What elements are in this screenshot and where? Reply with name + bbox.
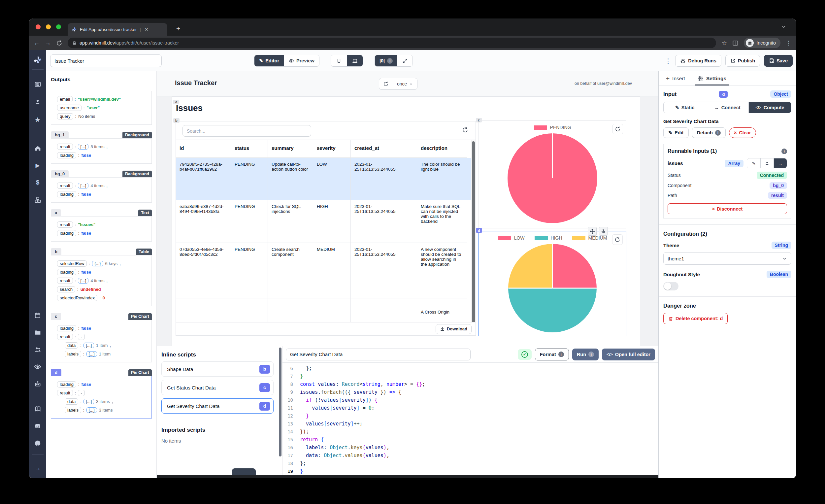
output-key-pill[interactable]: search xyxy=(57,286,75,292)
table-header-cell[interactable]: description xyxy=(417,140,467,158)
close-window-button[interactable] xyxy=(35,24,41,29)
delete-component-button[interactable]: Delete component: d xyxy=(663,313,728,324)
component-id-chip[interactable]: b xyxy=(51,248,61,255)
download-button[interactable]: Download xyxy=(436,324,471,334)
output-key-pill[interactable]: result xyxy=(57,221,73,228)
reload-icon[interactable] xyxy=(56,40,62,46)
code-line[interactable]: 15return { xyxy=(283,436,658,444)
side-panel-icon[interactable] xyxy=(732,40,739,46)
script-item[interactable]: Get Severity Chart Datad xyxy=(161,399,274,414)
collapsed-value-pill[interactable]: [...] xyxy=(78,183,88,189)
output-key-pill[interactable]: data xyxy=(65,399,78,405)
rail-windmill-logo[interactable] xyxy=(29,55,46,65)
mode-compute[interactable]: </>Compute xyxy=(748,102,791,113)
script-name-input[interactable] xyxy=(286,349,470,360)
run-button[interactable]: Runi xyxy=(572,349,599,360)
editor-toggle[interactable]: ✎Editor xyxy=(254,55,284,66)
edit-button[interactable]: ✎Edit xyxy=(663,127,689,138)
legend-item[interactable]: HIGH xyxy=(535,235,562,240)
tab-insert[interactable]: +Insert xyxy=(666,71,685,85)
collapsed-value-pill[interactable]: [...] xyxy=(83,343,94,348)
code-line[interactable]: 9issues.forEach(({ severity }) => { xyxy=(283,388,658,396)
output-key-pill[interactable]: query xyxy=(57,113,73,120)
rail-dollar-icon[interactable]: $ xyxy=(29,177,46,188)
rail-robot-icon[interactable] xyxy=(29,379,46,389)
mode-static[interactable]: ✎Static xyxy=(664,102,706,113)
publish-button[interactable]: Publish xyxy=(725,55,760,67)
legend-item[interactable]: PENDING xyxy=(534,125,571,130)
code-line[interactable]: 7} xyxy=(283,372,658,380)
output-key-pill[interactable]: data xyxy=(65,342,78,349)
component-badge-a[interactable]: a xyxy=(173,100,179,104)
omnibox[interactable]: app.windmill.dev/apps/edit/u/user/issue-… xyxy=(68,38,716,48)
output-key-pill[interactable]: result xyxy=(57,183,73,189)
legend-item[interactable]: MEDIUM xyxy=(572,235,607,240)
open-full-editor-button[interactable]: </>Open full editor xyxy=(602,349,655,360)
code-line[interactable]: 13 values[severity]++; xyxy=(283,420,658,428)
debug-runs-button[interactable]: Debug Runs xyxy=(675,55,721,67)
output-key-pill[interactable]: username xyxy=(57,104,81,111)
schema-toggle[interactable]: |0|i xyxy=(375,55,397,66)
path-badge[interactable]: result xyxy=(768,192,787,199)
table-row[interactable]: eaba8d96-e387-4d2d-8494-096e4143b8faPEND… xyxy=(176,200,475,243)
rail-home-icon[interactable] xyxy=(29,143,46,153)
disconnect-button[interactable]: ×Disconnect xyxy=(668,203,787,214)
more-menu-icon[interactable]: ⋮ xyxy=(665,57,671,65)
pie-chart[interactable] xyxy=(508,244,597,332)
script-item[interactable]: Shape Datab xyxy=(161,361,274,377)
rail-users-icon[interactable] xyxy=(29,345,46,355)
output-key-pill[interactable]: selectedRow xyxy=(57,261,87,267)
fullscreen-toggle[interactable] xyxy=(397,55,412,66)
legend-item[interactable]: LOW xyxy=(498,235,525,240)
collapsed-value-pill[interactable]: [...] xyxy=(78,278,88,284)
panel-scrollbar[interactable] xyxy=(278,346,282,478)
rail-calendar-icon[interactable] xyxy=(29,310,46,320)
desktop-toggle[interactable] xyxy=(347,55,363,66)
code-line[interactable]: 11 values[severity] = 0; xyxy=(283,404,658,412)
output-key-pill[interactable]: result xyxy=(57,334,73,340)
rail-star-icon[interactable]: ★ xyxy=(29,115,46,125)
rail-github-icon[interactable] xyxy=(29,438,46,448)
code-area[interactable]: 6 };7}8const values: Record<string, numb… xyxy=(283,363,658,478)
rail-eye-icon[interactable] xyxy=(29,362,46,372)
clear-button[interactable]: ×Clear xyxy=(729,127,756,138)
collapsed-value-pill[interactable]: [...] xyxy=(78,144,88,149)
value-pill[interactable]: - xyxy=(78,334,84,340)
save-button[interactable]: Save xyxy=(764,55,793,67)
code-line[interactable]: 10 if (!values[severity]) { xyxy=(283,396,658,404)
output-key-pill[interactable]: labels xyxy=(65,351,81,357)
arg-mode-static[interactable]: ✎ xyxy=(747,158,760,168)
zoom-window-button[interactable] xyxy=(56,24,61,29)
chart-refresh-icon[interactable] xyxy=(612,124,623,134)
collapsed-value-pill[interactable]: [...] xyxy=(83,399,94,404)
table-row[interactable]: 07da0553-4e6e-4d56-8ded-5fd0f7d5c3c2PEND… xyxy=(176,243,475,298)
component-badge-b[interactable]: b xyxy=(173,118,179,123)
bookmark-star-icon[interactable]: ☆ xyxy=(722,39,727,47)
issues-heading[interactable]: Issues xyxy=(176,103,203,113)
component-badge-d[interactable]: d xyxy=(476,228,482,233)
table-header-cell[interactable]: severity xyxy=(313,140,351,158)
table-row[interactable]: 794208f5-2735-428a-b4af-b071ff0a2962PEND… xyxy=(176,158,475,200)
table-refresh-icon[interactable] xyxy=(462,127,468,133)
minimize-window-button[interactable] xyxy=(46,24,51,29)
preview-toggle[interactable]: Preview xyxy=(284,55,319,66)
component-id-chip[interactable]: bg_1 xyxy=(51,131,69,138)
script-item[interactable]: Get Status Chart Datac xyxy=(161,380,274,395)
arg-mode-user[interactable] xyxy=(760,158,773,168)
browser-menu-icon[interactable]: ⋮ xyxy=(786,40,791,47)
component-id-chip[interactable]: d xyxy=(51,369,61,376)
canvas-refresh-button[interactable] xyxy=(379,78,393,89)
output-key-pill[interactable]: loading xyxy=(57,269,76,275)
component-id-chip[interactable]: a xyxy=(51,209,61,216)
code-line[interactable]: 14}); xyxy=(283,428,658,436)
table-scrollbar[interactable] xyxy=(471,140,475,322)
arg-mode-connect[interactable]: → xyxy=(773,158,787,168)
output-key-pill[interactable]: loading xyxy=(57,325,76,332)
output-key-pill[interactable]: result xyxy=(57,278,73,284)
rail-discord-icon[interactable] xyxy=(29,421,46,431)
mode-connect[interactable]: →Connect xyxy=(706,102,748,113)
rail-user-icon[interactable] xyxy=(29,97,46,107)
mobile-toggle[interactable] xyxy=(331,55,347,66)
theme-select[interactable]: theme1 xyxy=(663,252,791,265)
output-key-pill[interactable]: loading xyxy=(57,230,76,236)
